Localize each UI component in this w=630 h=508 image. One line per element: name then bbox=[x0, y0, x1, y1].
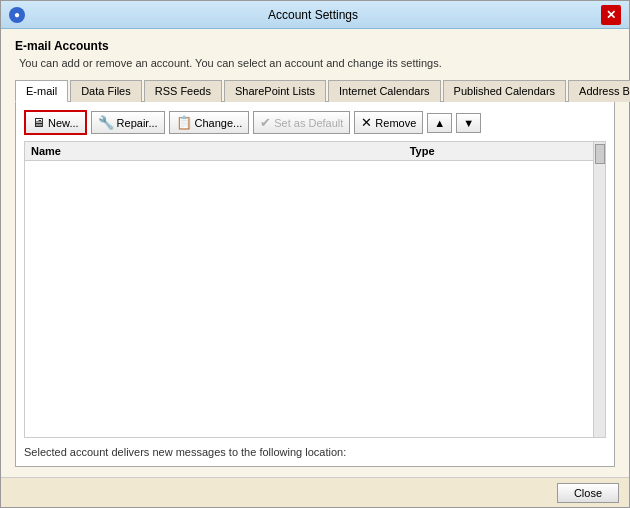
window-title: Account Settings bbox=[25, 8, 601, 22]
set-default-button[interactable]: ✔ Set as Default bbox=[253, 111, 350, 134]
table-header: Name Type bbox=[25, 142, 605, 161]
new-icon: 🖥 bbox=[32, 115, 45, 130]
toolbar: 🖥 New... 🔧 Repair... 📋 Change... ✔ Set a… bbox=[24, 110, 606, 135]
tab-sharepoint-lists[interactable]: SharePoint Lists bbox=[224, 80, 326, 102]
tab-address-books[interactable]: Address Books bbox=[568, 80, 630, 102]
tab-email[interactable]: E-mail bbox=[15, 80, 68, 102]
change-button[interactable]: 📋 Change... bbox=[169, 111, 250, 134]
new-button[interactable]: 🖥 New... bbox=[24, 110, 87, 135]
col-type-header: Type bbox=[410, 145, 599, 157]
close-bottom-button[interactable]: Close bbox=[557, 483, 619, 503]
header-description: You can add or remove an account. You ca… bbox=[19, 57, 615, 69]
repair-icon: 🔧 bbox=[98, 115, 114, 130]
close-button[interactable]: ✕ bbox=[601, 5, 621, 25]
header-section: E-mail Accounts You can add or remove an… bbox=[15, 39, 615, 69]
repair-button[interactable]: 🔧 Repair... bbox=[91, 111, 165, 134]
account-settings-window: ● Account Settings ✕ E-mail Accounts You… bbox=[0, 0, 630, 508]
tab-published-calendars[interactable]: Published Calendars bbox=[443, 80, 567, 102]
tab-panel-email: 🖥 New... 🔧 Repair... 📋 Change... ✔ Set a… bbox=[15, 102, 615, 467]
title-bar: ● Account Settings ✕ bbox=[1, 1, 629, 29]
move-up-button[interactable]: ▲ bbox=[427, 113, 452, 133]
bottom-bar: Close bbox=[1, 477, 629, 507]
tab-rss-feeds[interactable]: RSS Feeds bbox=[144, 80, 222, 102]
move-down-button[interactable]: ▼ bbox=[456, 113, 481, 133]
tab-internet-calendars[interactable]: Internet Calendars bbox=[328, 80, 441, 102]
col-name-header: Name bbox=[31, 145, 410, 157]
tabs-bar: E-mail Data Files RSS Feeds SharePoint L… bbox=[15, 79, 615, 102]
window-icon: ● bbox=[9, 7, 25, 23]
table-scrollbar[interactable] bbox=[593, 142, 605, 437]
remove-icon: ✕ bbox=[361, 115, 372, 130]
tab-data-files[interactable]: Data Files bbox=[70, 80, 142, 102]
set-default-icon: ✔ bbox=[260, 115, 271, 130]
content-area: E-mail Accounts You can add or remove an… bbox=[1, 29, 629, 477]
scrollbar-thumb bbox=[595, 144, 605, 164]
header-title: E-mail Accounts bbox=[15, 39, 615, 53]
change-icon: 📋 bbox=[176, 115, 192, 130]
remove-button[interactable]: ✕ Remove bbox=[354, 111, 423, 134]
footer-text: Selected account delivers new messages t… bbox=[24, 446, 606, 458]
accounts-table: Name Type bbox=[24, 141, 606, 438]
